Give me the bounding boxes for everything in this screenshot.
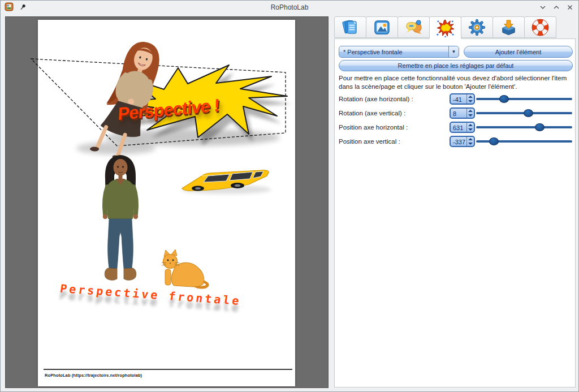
chevron-down-icon: ▼ bbox=[452, 49, 456, 54]
step-up-button[interactable] bbox=[467, 94, 474, 99]
step-up-button[interactable] bbox=[467, 109, 474, 113]
add-element-button[interactable]: Ajouter l'élément bbox=[464, 46, 573, 58]
instructions-text: Pour mettre en place cette fonctionnalit… bbox=[339, 74, 569, 91]
rotation-horizontal-spinbox[interactable]: -41 bbox=[450, 93, 475, 105]
spinbox-steppers bbox=[466, 109, 474, 118]
tab-export[interactable] bbox=[492, 16, 525, 38]
slider-label: Rotation (axe vertical) : bbox=[339, 110, 405, 117]
maximize-button[interactable] bbox=[552, 3, 560, 11]
minimize-button[interactable] bbox=[538, 3, 547, 11]
tab-effects[interactable] bbox=[429, 16, 461, 39]
slider-label: Position axe vertical : bbox=[339, 138, 400, 145]
slider-track[interactable] bbox=[476, 98, 572, 100]
position-vertical-slider[interactable] bbox=[476, 136, 572, 147]
titlebar: RoPhotoLab bbox=[1, 1, 578, 14]
image-icon bbox=[373, 18, 391, 37]
chat-icon bbox=[404, 18, 423, 37]
spinbox-value: -41 bbox=[451, 94, 466, 104]
step-down-button[interactable] bbox=[467, 113, 474, 118]
export-icon bbox=[499, 18, 518, 37]
slider-handle[interactable] bbox=[524, 109, 533, 117]
app-window: RoPhotoLab bbox=[0, 0, 579, 392]
tab-images[interactable] bbox=[366, 16, 398, 38]
spinbox-steppers bbox=[466, 123, 474, 132]
step-down-button[interactable] bbox=[467, 141, 474, 146]
gear-icon bbox=[468, 18, 486, 37]
position-horizontal-slider[interactable] bbox=[476, 122, 572, 133]
spinbox-steppers bbox=[466, 94, 474, 104]
rotation-vertical-spinbox[interactable]: 8 bbox=[450, 107, 475, 119]
canvas-workspace: Perspective ! Perspective frontale RoPho… bbox=[5, 16, 329, 388]
rotation-horizontal-slider[interactable] bbox=[476, 93, 572, 105]
slider-row-position-vertical: Position axe vertical : -337 bbox=[335, 136, 575, 148]
position-vertical-spinbox[interactable]: -337 bbox=[450, 136, 475, 147]
tab-help[interactable] bbox=[524, 16, 556, 38]
document-page[interactable] bbox=[38, 20, 295, 386]
minimize-icon bbox=[539, 4, 546, 11]
slider-handle[interactable] bbox=[489, 137, 499, 145]
position-horizontal-spinbox[interactable]: 631 bbox=[450, 122, 475, 133]
spinbox-value: 8 bbox=[451, 109, 466, 118]
close-button[interactable] bbox=[565, 3, 574, 11]
tab-settings[interactable] bbox=[461, 16, 493, 38]
slider-label: Rotation (axe horizontal) : bbox=[339, 96, 413, 102]
preset-dropdown[interactable]: * Perspective frontale ▼ bbox=[339, 46, 459, 58]
preset-dropdown-value: * Perspective frontale bbox=[339, 49, 448, 55]
close-icon bbox=[567, 4, 573, 11]
documents-icon bbox=[341, 18, 360, 37]
slider-handle[interactable] bbox=[499, 95, 509, 103]
step-down-button[interactable] bbox=[467, 99, 474, 104]
page-footer-text: RoPhotoLab (https://trajectoire.net/roph… bbox=[45, 373, 142, 378]
step-up-button[interactable] bbox=[467, 137, 474, 141]
spinbox-value: 631 bbox=[451, 123, 466, 132]
explosion-icon bbox=[436, 19, 455, 37]
dropdown-arrow-button[interactable]: ▼ bbox=[448, 46, 459, 57]
slider-row-position-horizontal: Position axe horizontal : 631 bbox=[335, 122, 575, 134]
rotation-vertical-slider[interactable] bbox=[476, 107, 572, 119]
spinbox-steppers bbox=[466, 137, 474, 146]
step-up-button[interactable] bbox=[467, 123, 474, 127]
spinbox-value: -337 bbox=[451, 137, 466, 146]
tabbar bbox=[334, 16, 576, 39]
page-footer-rule bbox=[44, 369, 292, 370]
step-down-button[interactable] bbox=[467, 127, 474, 132]
tab-documents[interactable] bbox=[334, 16, 366, 38]
slider-row-rotation-horizontal: Rotation (axe horizontal) : -41 bbox=[335, 93, 575, 106]
reset-defaults-button[interactable]: Remettre en place les réglages par défau… bbox=[339, 60, 573, 71]
slider-row-rotation-vertical: Rotation (axe vertical) : 8 bbox=[335, 107, 575, 120]
maximize-icon bbox=[553, 4, 560, 11]
slider-track[interactable] bbox=[476, 126, 572, 128]
window-title: RoPhotoLab bbox=[1, 3, 578, 11]
slider-handle[interactable] bbox=[535, 123, 545, 131]
slider-label: Position axe horizontal : bbox=[339, 124, 408, 131]
tab-comments[interactable] bbox=[397, 16, 430, 38]
effects-pane: * Perspective frontale ▼ Ajouter l'éléme… bbox=[334, 38, 576, 387]
tool-panel: * Perspective frontale ▼ Ajouter l'éléme… bbox=[334, 16, 576, 388]
lifebuoy-icon bbox=[531, 18, 550, 37]
